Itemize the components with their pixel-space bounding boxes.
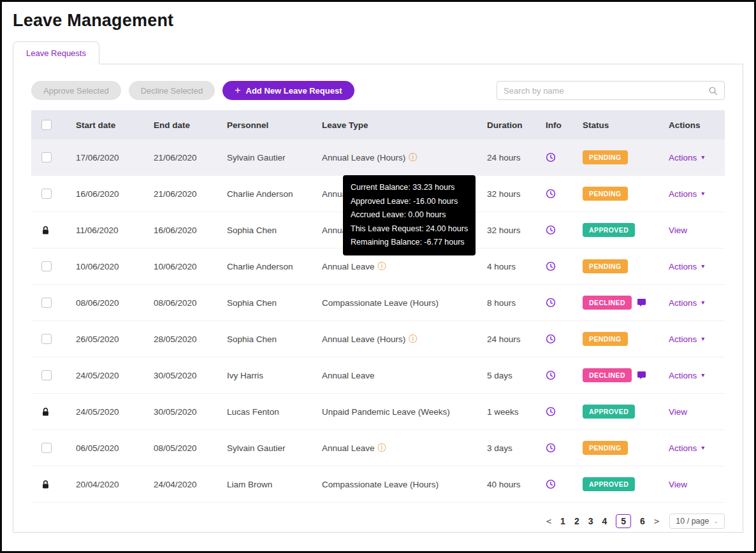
clock-icon[interactable] <box>546 189 556 199</box>
comment-icon[interactable] <box>637 371 646 380</box>
page-size-select[interactable]: 10 / page ⌄ <box>669 514 725 529</box>
chevron-down-icon: ▾ <box>701 154 704 161</box>
pagination-prev[interactable]: < <box>546 516 551 526</box>
start-date: 06/05/2020 <box>76 443 154 453</box>
personnel: Charlie Anderson <box>227 262 322 271</box>
duration: 40 hours <box>487 480 546 489</box>
pagination-next[interactable]: > <box>654 516 659 526</box>
chevron-down-icon: ▾ <box>701 372 704 378</box>
table-row: 17/06/2020 21/06/2020 Sylvain Gautier An… <box>31 140 725 176</box>
start-date: 10/06/2020 <box>76 262 154 271</box>
view-link[interactable]: View <box>669 407 687 417</box>
view-link[interactable]: View <box>669 226 687 235</box>
tab-leave-requests[interactable]: Leave Requests <box>13 41 99 64</box>
duration: 24 hours <box>487 334 546 344</box>
personnel: Charlie Anderson <box>227 189 322 199</box>
actions-dropdown[interactable]: Actions▾ <box>669 334 704 344</box>
end-date: 28/05/2020 <box>154 334 227 344</box>
tab-label: Leave Requests <box>26 48 86 58</box>
plus-icon: + <box>235 85 240 96</box>
header-duration: Duration <box>487 120 546 130</box>
actions-dropdown[interactable]: Actions▾ <box>669 153 704 162</box>
header-leave-type: Leave Type <box>322 120 487 130</box>
table-row: 08/06/2020 08/06/2020 Sophia Chen Compas… <box>31 285 725 321</box>
lock-icon <box>41 226 50 235</box>
personnel: Sophia Chen <box>227 226 322 235</box>
personnel: Sylvain Gautier <box>227 153 322 162</box>
duration: 4 hours <box>487 262 546 271</box>
status-badge: APPROVED <box>583 223 635 237</box>
actions-dropdown[interactable]: Actions▾ <box>669 371 704 380</box>
status-badge: DECLINED <box>583 296 632 310</box>
pagination: < 1 2 3 4 5 6 > 10 / page ⌄ <box>31 512 725 531</box>
view-link[interactable]: View <box>669 480 687 489</box>
row-checkbox[interactable] <box>41 298 52 308</box>
table-row: 24/05/2020 30/05/2020 Ivy Harris Annual … <box>31 357 725 394</box>
info-icon[interactable]: ⓘ <box>409 152 418 163</box>
table-row: 06/05/2020 08/05/2020 Sylvain Gautier An… <box>31 430 725 466</box>
personnel: Sophia Chen <box>227 298 322 308</box>
row-checkbox[interactable] <box>41 370 52 380</box>
table-row: 26/05/2020 28/05/2020 Sophia Chen Annual… <box>31 321 725 357</box>
status-badge: PENDING <box>583 332 628 346</box>
clock-icon[interactable] <box>546 261 556 271</box>
leave-type: Annual Leaveⓘ <box>322 442 487 454</box>
info-icon[interactable]: ⓘ <box>378 442 387 454</box>
search-box <box>497 81 725 100</box>
pagination-page-6[interactable]: 6 <box>640 516 645 526</box>
pagination-page-2[interactable]: 2 <box>574 516 579 526</box>
select-all-checkbox[interactable] <box>41 120 52 130</box>
row-checkbox[interactable] <box>41 189 52 199</box>
pagination-page-5-current[interactable]: 5 <box>616 514 631 528</box>
search-input[interactable] <box>504 86 708 96</box>
lock-icon <box>41 407 50 417</box>
actions-dropdown[interactable]: Actions▾ <box>669 298 704 308</box>
start-date: 26/05/2020 <box>76 334 154 344</box>
personnel: Sylvain Gautier <box>227 443 322 453</box>
chevron-down-icon: ▾ <box>701 263 704 269</box>
clock-icon[interactable] <box>546 334 556 344</box>
end-date: 10/06/2020 <box>154 262 227 271</box>
header-personnel: Personnel <box>227 120 322 130</box>
start-date: 11/06/2020 <box>76 226 154 235</box>
duration: 5 days <box>487 371 546 380</box>
row-checkbox[interactable] <box>41 334 52 344</box>
info-icon[interactable]: ⓘ <box>378 261 387 272</box>
clock-icon[interactable] <box>546 298 556 308</box>
start-date: 24/05/2020 <box>76 371 154 380</box>
header-actions: Actions <box>669 120 725 130</box>
comment-icon[interactable] <box>637 298 646 307</box>
page-size-value: 10 / page <box>676 517 709 526</box>
header-end-date: End date <box>154 120 227 130</box>
chevron-down-icon: ▾ <box>701 336 704 342</box>
end-date: 08/06/2020 <box>154 298 227 308</box>
end-date: 30/05/2020 <box>154 407 227 417</box>
row-checkbox[interactable] <box>41 261 52 271</box>
content-panel: Approve Selected Decline Selected + Add … <box>13 64 743 533</box>
leave-requests-table: Start date End date Personnel Leave Type… <box>31 110 725 503</box>
pagination-page-4[interactable]: 4 <box>602 516 607 526</box>
actions-dropdown[interactable]: Actions▾ <box>669 443 704 453</box>
header-start-date: Start date <box>76 120 154 130</box>
clock-icon[interactable] <box>546 225 556 235</box>
clock-icon[interactable] <box>546 479 556 489</box>
toolbar: Approve Selected Decline Selected + Add … <box>31 81 725 100</box>
add-new-leave-request-button[interactable]: + Add New Leave Request <box>222 81 354 100</box>
actions-dropdown[interactable]: Actions▾ <box>669 189 704 199</box>
clock-icon[interactable] <box>546 443 556 453</box>
clock-icon[interactable] <box>546 406 556 417</box>
row-checkbox[interactable] <box>41 443 52 453</box>
info-icon[interactable]: ⓘ <box>409 333 418 345</box>
decline-selected-button[interactable]: Decline Selected <box>129 81 215 100</box>
start-date: 16/06/2020 <box>76 189 154 199</box>
clock-icon[interactable] <box>546 152 556 162</box>
approve-selected-button[interactable]: Approve Selected <box>31 81 121 100</box>
pagination-page-3[interactable]: 3 <box>588 516 593 526</box>
tooltip-line: Remaining Balance: -6.77 hours <box>351 236 468 250</box>
actions-dropdown[interactable]: Actions▾ <box>669 262 704 271</box>
row-checkbox[interactable] <box>41 152 52 162</box>
personnel: Liam Brown <box>227 480 322 489</box>
clock-icon[interactable] <box>546 370 556 380</box>
status-badge: DECLINED <box>583 368 632 382</box>
pagination-page-1[interactable]: 1 <box>560 516 565 526</box>
